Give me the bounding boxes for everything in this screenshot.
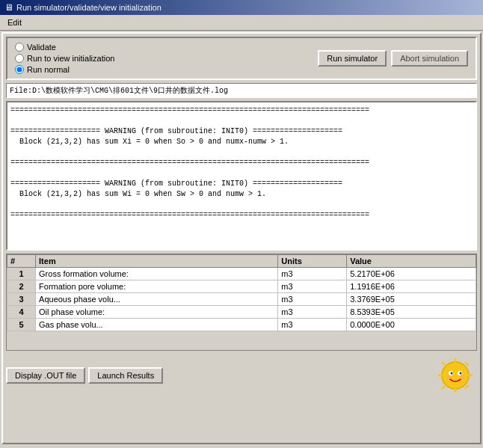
run-simulator-button[interactable]: Run simulator bbox=[318, 50, 387, 67]
table-cell-1-3: 1.1916E+06 bbox=[347, 280, 476, 293]
svg-line-8 bbox=[465, 385, 469, 389]
table-row: 4Oil phase volume:m38.5393E+05 bbox=[7, 306, 476, 319]
table-cell-2-2: m3 bbox=[278, 293, 347, 306]
data-table: # Item Units Value 1Gross formation volu… bbox=[7, 254, 476, 331]
svg-line-6 bbox=[465, 362, 469, 366]
col-header-units: Units bbox=[278, 255, 347, 268]
sun-mascot-icon bbox=[437, 357, 474, 394]
bottom-bar: Display .OUT file Launch Results bbox=[3, 354, 480, 397]
run-normal-radio[interactable] bbox=[15, 65, 24, 74]
menu-edit[interactable]: Edit bbox=[3, 16, 26, 28]
table-row: 1Gross formation volume:m35.2170E+06 bbox=[7, 268, 476, 280]
run-normal-radio-label[interactable]: Run normal bbox=[15, 65, 114, 74]
validate-radio-label[interactable]: Validate bbox=[15, 43, 114, 52]
table-cell-0-3: 5.2170E+06 bbox=[347, 268, 476, 280]
launch-results-button[interactable]: Launch Results bbox=[88, 367, 163, 384]
table-cell-0-0: 1 bbox=[7, 268, 36, 280]
table-row: 3Aqueous phase volu...m33.3769E+05 bbox=[7, 293, 476, 306]
table-row: 5Gas phase volu...m30.0000E+00 bbox=[7, 319, 476, 331]
options-controls: Validate Run to view initialization Run … bbox=[15, 43, 468, 74]
table-cell-0-1: Gross formation volume: bbox=[36, 268, 278, 280]
svg-point-13 bbox=[446, 375, 451, 379]
table-cell-4-0: 5 bbox=[7, 319, 36, 331]
log-area[interactable]: ========================================… bbox=[6, 101, 477, 251]
col-header-num: # bbox=[7, 255, 36, 268]
table-cell-2-1: Aqueous phase volu... bbox=[36, 293, 278, 306]
table-cell-0-2: m3 bbox=[278, 268, 347, 280]
table-cell-2-0: 3 bbox=[7, 293, 36, 306]
table-cell-1-2: m3 bbox=[278, 280, 347, 293]
run-to-view-radio-label[interactable]: Run to view initialization bbox=[15, 54, 114, 63]
svg-point-0 bbox=[442, 362, 469, 389]
col-header-value: Value bbox=[347, 255, 476, 268]
col-header-item: Item bbox=[36, 255, 278, 268]
file-path-bar: File:D:\数模软件学习\CMG\排601文件\9口井的数据文件.log bbox=[6, 83, 477, 98]
table-cell-1-0: 2 bbox=[7, 280, 36, 293]
display-out-button[interactable]: Display .OUT file bbox=[6, 367, 85, 384]
abort-simulation-button[interactable]: Abort simulation bbox=[391, 50, 468, 67]
table-cell-3-2: m3 bbox=[278, 306, 347, 319]
svg-line-5 bbox=[442, 362, 446, 366]
data-table-area: # Item Units Value 1Gross formation volu… bbox=[6, 254, 477, 351]
svg-line-7 bbox=[442, 385, 446, 389]
main-window: Validate Run to view initialization Run … bbox=[1, 32, 482, 444]
table-cell-4-3: 0.0000E+00 bbox=[347, 319, 476, 331]
title-bar-icon: 🖥 bbox=[4, 2, 13, 13]
table-cell-4-1: Gas phase volu... bbox=[36, 319, 278, 331]
validate-radio[interactable] bbox=[15, 43, 24, 52]
table-cell-3-1: Oil phase volume: bbox=[36, 306, 278, 319]
table-cell-1-1: Formation pore volume: bbox=[36, 280, 278, 293]
table-cell-3-0: 4 bbox=[7, 306, 36, 319]
title-bar-label: Run simulator/validate/view initializati… bbox=[16, 3, 161, 12]
menu-bar: Edit bbox=[0, 15, 483, 31]
options-panel: Validate Run to view initialization Run … bbox=[6, 37, 477, 80]
table-cell-2-3: 3.3769E+05 bbox=[347, 293, 476, 306]
run-to-view-radio[interactable] bbox=[15, 54, 24, 63]
svg-point-11 bbox=[451, 372, 453, 375]
table-row: 2Formation pore volume:m31.1916E+06 bbox=[7, 280, 476, 293]
svg-point-12 bbox=[460, 372, 462, 375]
table-cell-4-2: m3 bbox=[278, 319, 347, 331]
table-cell-3-3: 8.5393E+05 bbox=[347, 306, 476, 319]
svg-point-14 bbox=[460, 375, 464, 379]
title-bar: 🖥 Run simulator/validate/view initializa… bbox=[0, 0, 483, 15]
